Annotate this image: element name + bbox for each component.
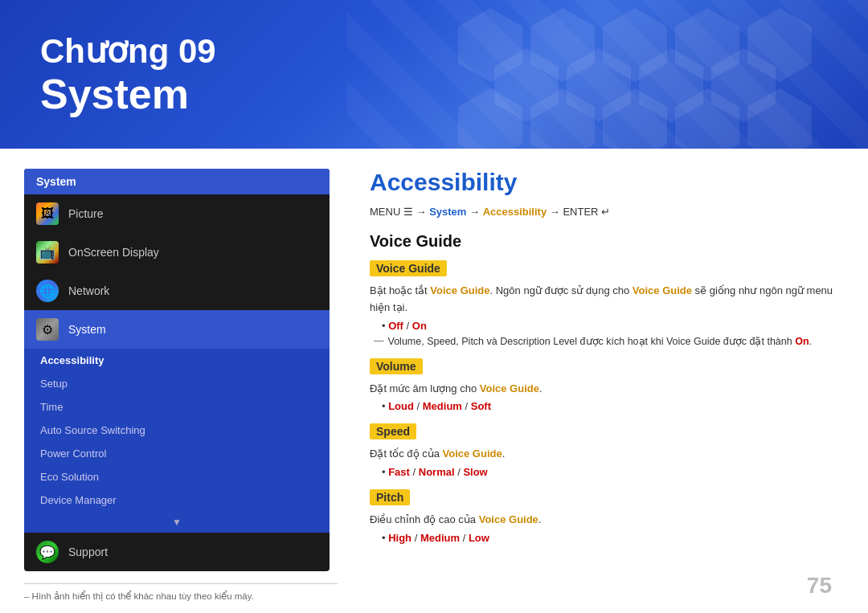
speed-options: • Fast / Normal / Slow: [382, 466, 844, 478]
submenu-accessibility[interactable]: Accessibility: [24, 349, 330, 372]
option-normal: Normal: [419, 466, 455, 478]
onscreen-label: OnScreen Display: [68, 246, 159, 259]
picture-icon: 🖼: [36, 202, 59, 225]
volume-options: • Loud / Medium / Soft: [382, 400, 844, 412]
note-volume: Volume: [388, 336, 422, 347]
voice-guide-options: • Off / On: [382, 320, 844, 332]
nav-category-support[interactable]: 💬 Support: [24, 533, 330, 571]
menu-path: MENU ☰ → System → Accessibility → ENTER …: [370, 206, 844, 218]
option-off: Off: [388, 320, 403, 332]
note-speed: Speed: [427, 336, 456, 347]
page-number: 75: [807, 573, 832, 599]
content-area: Accessibility MENU ☰ → System → Accessib…: [362, 169, 844, 602]
option-high: High: [388, 532, 411, 544]
nav-footnote: – Hình ảnh hiển thị có thể khác nhau tùy…: [24, 583, 338, 602]
vg-ref2: Voice Guide: [633, 284, 692, 296]
speed-vg-ref: Voice Guide: [443, 447, 502, 460]
vg-ref1: Voice Guide: [430, 284, 489, 296]
hex-decoration: [442, 0, 844, 149]
volume-label: Volume: [370, 358, 844, 381]
nav-category-network[interactable]: 🌐 Network: [24, 272, 330, 310]
submenu-setup[interactable]: Setup: [24, 372, 330, 395]
option-low: Low: [469, 532, 489, 544]
chevron-down-icon[interactable]: ▼: [24, 512, 330, 533]
submenu-auto-source[interactable]: Auto Source Switching: [24, 419, 330, 442]
system-icon: ⚙: [36, 318, 59, 341]
submenu-power-control[interactable]: Power Control: [24, 442, 330, 465]
menu-arrow2: →: [469, 206, 483, 218]
menu-icon: ☰: [403, 206, 413, 218]
speed-description: Đặt tốc độ của Voice Guide.: [370, 446, 844, 463]
note-on: On: [795, 336, 809, 347]
pitch-options: • High / Medium / Low: [382, 532, 844, 544]
option-soft: Soft: [471, 400, 491, 412]
menu-system: System: [429, 206, 466, 218]
volume-description: Đặt mức âm lượng cho Voice Guide.: [370, 381, 844, 398]
pitch-label: Pitch: [370, 489, 844, 512]
speed-section: Speed Đặt tốc độ của Voice Guide. • Fast…: [370, 423, 844, 478]
system-label: System: [40, 72, 216, 117]
enter-icon: ↵: [601, 206, 610, 218]
note-vg-ref: Voice Guide: [666, 336, 720, 347]
pitch-vg-ref: Voice Guide: [479, 513, 538, 525]
option-loud: Loud: [388, 400, 414, 412]
onscreen-icon: 📺: [36, 241, 59, 264]
nav-category-onscreen[interactable]: 📺 OnScreen Display: [24, 233, 330, 272]
main-content: System 🖼 Picture 📺 OnScreen Display 🌐 Ne…: [0, 149, 868, 613]
option-on: On: [412, 320, 427, 332]
menu-prefix: MENU: [370, 206, 403, 218]
submenu-eco-solution[interactable]: Eco Solution: [24, 465, 330, 488]
support-label: Support: [68, 546, 108, 558]
voice-guide-title: Voice Guide: [370, 232, 844, 251]
nav-submenu: Accessibility Setup Time Auto Source Swi…: [24, 349, 330, 533]
voice-guide-description: Bật hoặc tắt Voice Guide. Ngôn ngữ được …: [370, 283, 844, 317]
submenu-time[interactable]: Time: [24, 395, 330, 419]
nav-menu: System 🖼 Picture 📺 OnScreen Display 🌐 Ne…: [24, 169, 330, 571]
option-slow: Slow: [463, 466, 487, 478]
menu-arrow1: →: [416, 206, 430, 218]
page-title: Accessibility: [370, 169, 844, 196]
support-icon: 💬: [36, 541, 59, 563]
header-title: Chương 09 System: [40, 31, 216, 118]
chapter-label: Chương 09: [40, 31, 216, 72]
voice-guide-note: Volume, Speed, Pitch và Description Leve…: [374, 335, 844, 347]
menu-arrow3: → ENTER: [550, 206, 601, 218]
vol-vg-ref: Voice Guide: [480, 382, 539, 394]
header-banner: Chương 09 System: [0, 0, 868, 149]
speed-label: Speed: [370, 423, 844, 446]
nav-category-picture[interactable]: 🖼 Picture: [24, 194, 330, 233]
nav-system-header: System: [24, 169, 330, 194]
nav-category-system[interactable]: ⚙ System: [24, 310, 330, 349]
network-label: Network: [68, 284, 109, 297]
picture-label: Picture: [68, 207, 104, 220]
option-medium: Medium: [423, 400, 462, 412]
option-fast: Fast: [388, 466, 410, 478]
system-nav-label: System: [68, 323, 106, 336]
voice-guide-section: Voice Guide Bật hoặc tắt Voice Guide. Ng…: [370, 260, 844, 347]
volume-section: Volume Đặt mức âm lượng cho Voice Guide.…: [370, 358, 844, 413]
network-icon: 🌐: [36, 280, 59, 302]
pitch-description: Điều chỉnh độ cao của Voice Guide.: [370, 512, 844, 529]
pitch-section: Pitch Điều chỉnh độ cao của Voice Guide.…: [370, 489, 844, 544]
note-desc-level: Description Level: [500, 336, 577, 347]
voice-guide-label: Voice Guide: [370, 260, 844, 283]
note-pitch: Pitch: [461, 336, 484, 347]
note-text: Volume, Speed, Pitch và Description Leve…: [388, 335, 813, 347]
option-medium2: Medium: [420, 532, 460, 544]
menu-accessibility: Accessibility: [483, 206, 547, 218]
submenu-device-manager[interactable]: Device Manager: [24, 488, 330, 512]
nav-panel: System 🖼 Picture 📺 OnScreen Display 🌐 Ne…: [24, 169, 338, 602]
